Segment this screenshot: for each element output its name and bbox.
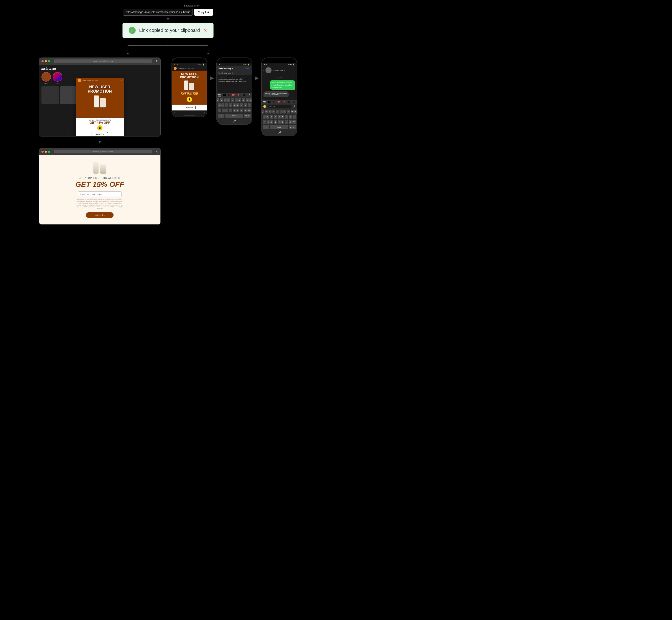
keyboard-row-1: Q W E R T Y U I O P <box>217 97 252 103</box>
phone2-message-text: Send this text to subscribe to recurring… <box>218 77 250 83</box>
phone3-shift[interactable]: ⇧ <box>263 120 266 124</box>
phone3-key-i[interactable]: I <box>287 110 290 113</box>
key-z[interactable]: Z <box>222 108 225 112</box>
phone3-return[interactable]: return <box>289 125 296 129</box>
key-123[interactable]: 123 <box>218 114 225 118</box>
phone3-key-f[interactable]: F <box>274 115 277 119</box>
key-o[interactable]: O <box>246 98 249 102</box>
key-k[interactable]: K <box>244 103 247 107</box>
phone3-text-input[interactable] <box>267 105 292 108</box>
phone3-key-m[interactable]: M <box>289 120 292 124</box>
key-m[interactable]: M <box>244 108 247 112</box>
phone3-mic-bottom[interactable]: 🎤 <box>277 131 281 135</box>
key-j[interactable]: J <box>240 103 243 107</box>
key-space[interactable]: space <box>225 114 243 118</box>
phone-mockup-2: 3:21 WiFi 🔋 New Message Cancel To: @kla/… <box>216 57 252 125</box>
key-l[interactable]: L <box>248 103 251 107</box>
key-q[interactable]: Q <box>216 98 219 102</box>
ig-story-name-1: user1 <box>44 82 48 84</box>
notification-text: Link copied to your clipboard <box>139 28 200 33</box>
phone3-back-btn[interactable]: ‹ <box>263 69 264 71</box>
app-store-icon[interactable]: 🅰 <box>223 94 226 97</box>
key-v[interactable]: V <box>233 108 236 112</box>
photo-icon[interactable]: 🖼 <box>243 94 245 97</box>
home-bar-1 <box>184 115 195 116</box>
dollar-icon[interactable]: $ <box>228 94 229 97</box>
location-icon[interactable]: 📍 <box>237 94 240 97</box>
phone1-subscribe-btn[interactable]: Subscribe <box>183 106 195 109</box>
key-y[interactable]: Y <box>235 98 238 102</box>
key-s[interactable]: S <box>221 103 224 107</box>
phone2-mic-icon[interactable]: 🎤 <box>232 119 236 123</box>
key-b[interactable]: B <box>237 108 240 112</box>
phone3-mic[interactable]: 🎤 <box>293 105 296 108</box>
landing-subscribe-btn[interactable]: subscribe <box>86 212 114 218</box>
key-x[interactable]: X <box>225 108 228 112</box>
key-p[interactable]: P <box>249 98 252 102</box>
phone3-key-y[interactable]: Y <box>279 110 282 113</box>
phone3-more[interactable]: ▸▸ <box>293 101 296 103</box>
phone1-subscribe-area: Subscribe <box>172 105 207 110</box>
heart-icon[interactable]: ❤️ <box>231 94 235 97</box>
key-e[interactable]: E <box>223 98 226 102</box>
phone3-emoji-icon[interactable]: 😊 <box>263 105 266 108</box>
phone3-key-k[interactable]: K <box>289 115 292 119</box>
phone3-key-p[interactable]: P <box>294 110 297 113</box>
phone3-key-c[interactable]: C <box>274 120 277 124</box>
ig-subscribe-btn[interactable]: Subscribe <box>92 132 108 136</box>
key-c[interactable]: C <box>229 108 232 112</box>
key-shift[interactable]: ⇧ <box>218 108 221 112</box>
camera-icon[interactable]: 📷 <box>218 94 221 97</box>
copy-link-button[interactable]: Copy link <box>194 9 213 16</box>
phone3-key-s[interactable]: S <box>266 115 269 119</box>
phone3-key-b[interactable]: B <box>281 120 285 124</box>
phone3-key-o[interactable]: O <box>291 110 294 113</box>
phone3-key-w[interactable]: W <box>265 110 268 113</box>
phone3-key-j[interactable]: J <box>285 115 288 119</box>
shareable-link-input[interactable] <box>123 9 193 16</box>
phone3-key-d[interactable]: D <box>270 115 273 119</box>
phone3-location[interactable]: 📍 <box>283 101 286 103</box>
key-backspace[interactable]: ⌫ <box>248 108 251 112</box>
key-a[interactable]: A <box>218 103 221 107</box>
phone3-photo[interactable]: 🖼 <box>288 101 291 103</box>
phone3-key-q[interactable]: Q <box>261 110 264 113</box>
key-u[interactable]: U <box>238 98 241 102</box>
mic-icon-bar[interactable]: 🎤 <box>247 94 251 97</box>
key-i[interactable]: I <box>242 98 245 102</box>
phone3-123[interactable]: 123 <box>263 125 270 129</box>
phone3-key-a[interactable]: A <box>263 115 266 119</box>
key-d[interactable]: D <box>225 103 228 107</box>
key-h[interactable]: H <box>237 103 240 107</box>
phone3-key-h[interactable]: H <box>281 115 285 119</box>
phone3-key-u[interactable]: U <box>283 110 286 113</box>
phone3-key-t[interactable]: T <box>276 110 279 113</box>
phone3-heart[interactable]: ❤️ <box>277 101 280 103</box>
phone3-key-v[interactable]: V <box>277 120 281 124</box>
phone3-key-r[interactable]: R <box>272 110 275 113</box>
phone3-key-z[interactable]: Z <box>266 120 270 124</box>
close-icon[interactable]: ✕ <box>203 28 207 33</box>
key-f[interactable]: F <box>229 103 232 107</box>
phone2-cancel[interactable]: Cancel <box>244 67 250 70</box>
key-r[interactable]: R <box>227 98 230 102</box>
phone3-key-l[interactable]: L <box>293 115 296 119</box>
key-return[interactable]: return <box>244 114 251 118</box>
key-w[interactable]: W <box>220 98 223 102</box>
key-n[interactable]: N <box>240 108 243 112</box>
phone3-space[interactable]: space <box>270 125 288 129</box>
phone3-key-n[interactable]: N <box>285 120 288 124</box>
phone3-camera[interactable]: 📷 <box>263 101 266 103</box>
phone2-keyboard: Q W E R T Y U I O P A <box>217 97 252 118</box>
phone3-key-g[interactable]: G <box>277 115 281 119</box>
phone3-key-x[interactable]: X <box>270 120 273 124</box>
ig-popup-close[interactable]: ✕ <box>120 79 122 82</box>
phone1-bottom-icon: ⌂ <box>174 111 175 113</box>
landing-phone-input[interactable] <box>78 192 121 197</box>
phone3-key-e[interactable]: E <box>268 110 271 113</box>
phone3-backspace[interactable]: ⌫ <box>292 120 296 124</box>
phone3-dollar[interactable]: $ <box>273 101 274 103</box>
phone3-appstore[interactable]: 🅰 <box>268 101 270 103</box>
key-t[interactable]: T <box>231 98 234 102</box>
key-g[interactable]: G <box>233 103 236 107</box>
